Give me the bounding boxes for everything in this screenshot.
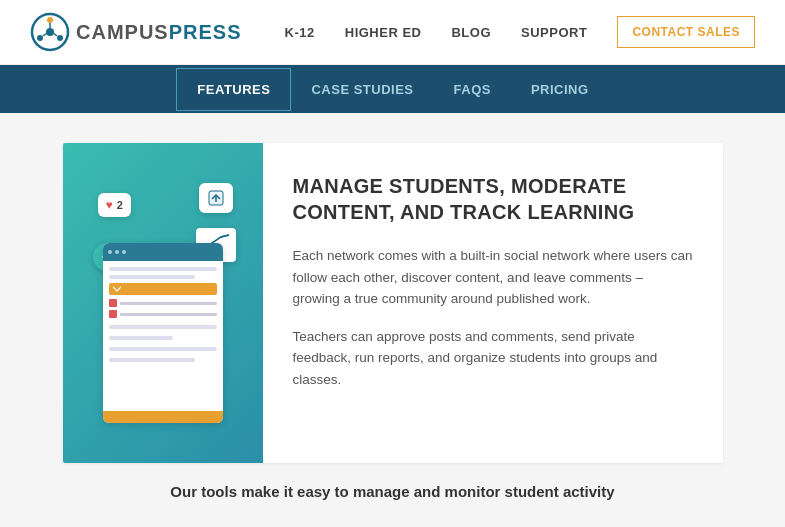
heart-count: 2 bbox=[117, 199, 123, 211]
feature-title: MANAGE STUDENTS, MODERATE CONTENT, AND T… bbox=[293, 173, 693, 225]
device-mockup bbox=[103, 243, 223, 423]
feature-desc-1: Each network comes with a built-in socia… bbox=[293, 245, 693, 310]
nav-blog[interactable]: BLOG bbox=[451, 25, 491, 40]
nav-k12[interactable]: K-12 bbox=[285, 25, 315, 40]
device-row bbox=[109, 310, 217, 318]
logo-icon bbox=[30, 12, 70, 52]
logo-text: CAMPUSPRESS bbox=[76, 21, 241, 44]
device-line bbox=[109, 325, 217, 329]
heart-icon: ♥ bbox=[106, 198, 113, 212]
illustration: ♥ 2 + bbox=[88, 163, 238, 443]
feature-illustration: ♥ 2 + bbox=[63, 143, 263, 463]
main-content: ♥ 2 + bbox=[0, 113, 785, 527]
feature-desc-2: Teachers can approve posts and comments,… bbox=[293, 326, 693, 391]
device-rows bbox=[109, 299, 217, 366]
feature-card: ♥ 2 + bbox=[63, 143, 723, 463]
logo[interactable]: CAMPUSPRESS bbox=[30, 12, 241, 52]
device-checkbox bbox=[109, 310, 117, 318]
device-line bbox=[109, 358, 195, 362]
device-line bbox=[109, 275, 195, 279]
bottom-tagline: Our tools make it easy to manage and mon… bbox=[60, 463, 725, 510]
device-checkbox bbox=[109, 299, 117, 307]
nav-support[interactable]: SUPPORT bbox=[521, 25, 587, 40]
subnav-case-studies[interactable]: CASE STUDIES bbox=[291, 69, 433, 110]
subnav-faqs[interactable]: FAQS bbox=[434, 69, 511, 110]
svg-point-2 bbox=[47, 17, 53, 23]
nav-higher-ed[interactable]: HIGHER ED bbox=[345, 25, 422, 40]
svg-point-1 bbox=[46, 28, 54, 36]
device-dot bbox=[122, 250, 126, 254]
subnav-pricing[interactable]: PRICING bbox=[511, 69, 609, 110]
device-dot bbox=[108, 250, 112, 254]
select-arrow-icon bbox=[113, 286, 121, 292]
device-rowline bbox=[120, 313, 217, 316]
device-select bbox=[109, 283, 217, 295]
upload-icon bbox=[207, 189, 225, 207]
device-line bbox=[109, 267, 217, 271]
device-footer bbox=[103, 411, 223, 423]
site-header: CAMPUSPRESS K-12 HIGHER ED BLOG SUPPORT … bbox=[0, 0, 785, 65]
feature-text: MANAGE STUDENTS, MODERATE CONTENT, AND T… bbox=[263, 143, 723, 463]
main-nav: K-12 HIGHER ED BLOG SUPPORT CONTACT SALE… bbox=[285, 16, 755, 48]
sub-nav: FEATURES CASE STUDIES FAQS PRICING bbox=[0, 65, 785, 113]
device-row bbox=[109, 299, 217, 307]
device-header bbox=[103, 243, 223, 261]
heart-badge: ♥ 2 bbox=[98, 193, 131, 217]
device-line bbox=[109, 347, 217, 351]
device-line bbox=[109, 336, 174, 340]
svg-point-3 bbox=[57, 35, 63, 41]
device-body bbox=[103, 261, 223, 372]
device-rowline bbox=[120, 302, 217, 305]
device-dot bbox=[115, 250, 119, 254]
contact-sales-button[interactable]: CONTACT SALES bbox=[617, 16, 755, 48]
subnav-features[interactable]: FEATURES bbox=[176, 68, 291, 111]
svg-line-6 bbox=[53, 33, 57, 36]
svg-line-7 bbox=[43, 33, 47, 36]
upload-badge bbox=[199, 183, 233, 213]
svg-point-4 bbox=[37, 35, 43, 41]
